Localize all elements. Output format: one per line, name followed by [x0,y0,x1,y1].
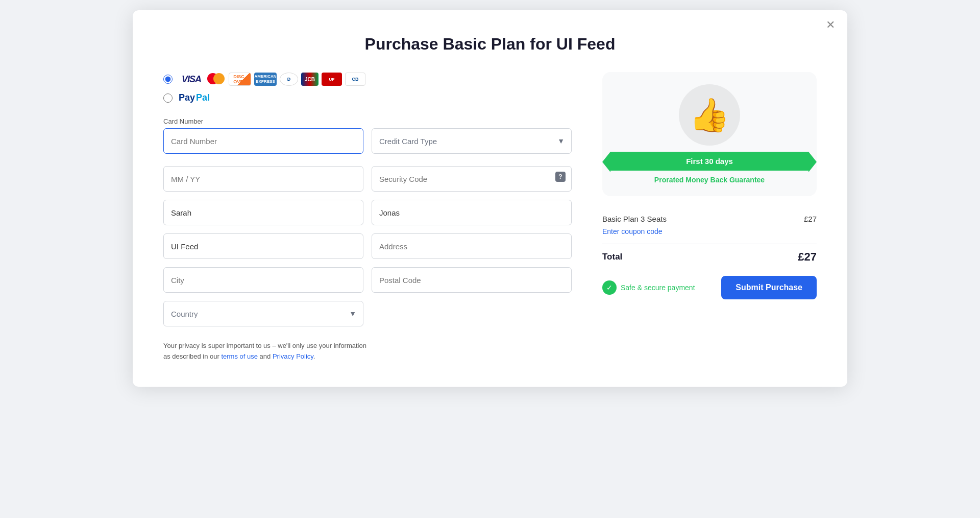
guarantee-text: Prorated Money Back Guarantee [654,176,765,184]
close-button[interactable]: ✕ [826,19,835,31]
order-summary: Basic Plan 3 Seats £27 Enter coupon code… [602,215,817,264]
thumbs-up-image: 👍 [679,84,740,146]
credit-card-type-label [372,117,572,125]
card-number-input[interactable] [163,128,363,154]
expiry-group [163,162,363,192]
payment-methods: VISA DISCOVER AMERICANEXPRESS D [163,72,572,103]
ribbon-container: First 30 days [615,152,804,171]
last-name-group [372,200,572,225]
amex-icon: AMERICANEXPRESS [254,73,277,86]
discover-icon: DISCOVER [229,73,251,86]
first-name-group [163,200,363,225]
city-input[interactable] [163,267,363,293]
privacy-policy-link[interactable]: Privacy Policy [273,352,313,360]
card-number-group: Card Number [163,117,363,154]
form-section: VISA DISCOVER AMERICANEXPRESS D [163,72,572,362]
country-group: Country United States United Kingdom Can… [163,301,363,326]
unionpay-icon: UP [322,73,342,86]
plan-amount: £27 [804,215,817,223]
terms-of-use-link[interactable]: terms of use [221,352,258,360]
purchase-modal: ✕ Purchase Basic Plan for UI Feed VISA [133,10,847,387]
mastercard-icon [207,73,226,85]
address-group [372,233,572,259]
actions-row: ✓ Safe & secure payment Submit Purchase [602,276,817,299]
secure-badge: ✓ Safe & secure payment [602,280,695,295]
last-name-input[interactable] [372,200,572,225]
guarantee-card: 👍 First 30 days Prorated Money Back Guar… [602,72,817,196]
submit-purchase-button[interactable]: Submit Purchase [721,276,817,299]
shield-icon: ✓ [602,280,617,295]
payment-form: Card Number Credit Card Type Visa Master… [163,117,572,326]
plan-label: Basic Plan 3 Seats [602,215,667,223]
credit-card-radio[interactable] [163,75,173,84]
security-code-group: ? [372,162,572,192]
paypal-radio[interactable] [163,93,173,103]
card-icons-group: VISA DISCOVER AMERICANEXPRESS D [179,72,365,86]
credit-card-type-wrapper: Credit Card Type Visa Mastercard America… [372,128,572,154]
coupon-link[interactable]: Enter coupon code [602,227,817,236]
diners-icon: D [280,73,298,86]
credit-card-type-group: Credit Card Type Visa Mastercard America… [372,117,572,154]
country-select[interactable]: Country United States United Kingdom Can… [163,301,363,326]
total-label: Total [602,252,622,262]
secure-payment-label: Safe & secure payment [621,284,695,292]
paypal-text-p: Pay [179,92,195,103]
security-code-help-icon[interactable]: ? [555,172,566,182]
total-row: Total £27 [602,250,817,264]
credit-card-option: VISA DISCOVER AMERICANEXPRESS D [163,72,572,86]
first-name-input[interactable] [163,200,363,225]
total-amount: £27 [798,250,817,264]
visa-icon: VISA [179,72,204,86]
company-input[interactable] [163,233,363,259]
postal-code-group [372,267,572,293]
country-select-wrapper: Country United States United Kingdom Can… [163,301,363,326]
address-input[interactable] [372,233,572,259]
page-title: Purchase Basic Plan for UI Feed [163,35,817,54]
paypal-logo: PayPal [179,92,210,103]
city-group [163,267,363,293]
company-group [163,233,363,259]
guarantee-ribbon: First 30 days [610,152,808,171]
security-code-wrapper: ? [372,162,572,192]
paypal-text-pal: Pal [196,92,210,103]
privacy-text: Your privacy is super important to us – … [163,341,572,362]
security-code-input[interactable] [372,166,572,192]
summary-section: 👍 First 30 days Prorated Money Back Guar… [602,72,817,362]
credit-card-type-select[interactable]: Credit Card Type Visa Mastercard America… [372,128,572,154]
divider [602,244,817,244]
plan-row: Basic Plan 3 Seats £27 [602,215,817,223]
paypal-option: PayPal [163,92,572,103]
card-number-label: Card Number [163,117,363,125]
cb-icon: CB [345,73,365,86]
content-grid: VISA DISCOVER AMERICANEXPRESS D [163,72,817,362]
expiry-input[interactable] [163,166,363,192]
jcb-icon: JCB [301,73,318,86]
postal-code-input[interactable] [372,267,572,293]
